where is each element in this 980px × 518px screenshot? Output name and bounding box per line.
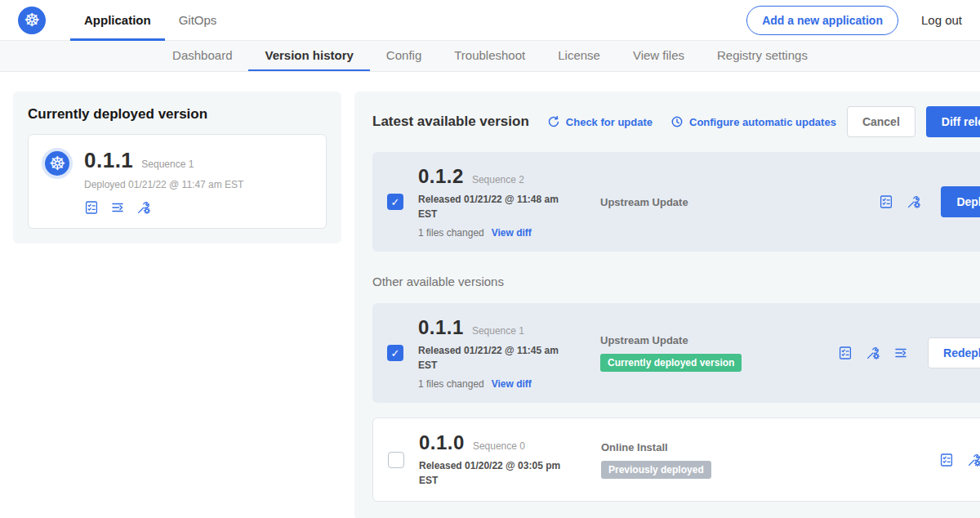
cancel-button[interactable]: Cancel — [847, 106, 915, 137]
subnav-item-troubleshoot[interactable]: Troubleshoot — [438, 41, 541, 71]
version-history-panel: Latest available version Check for updat… — [354, 92, 980, 518]
files-changed-label: 1 files changed — [418, 227, 484, 239]
version-checkbox[interactable] — [387, 345, 403, 361]
version-number: 0.1.1 — [418, 316, 464, 339]
clock-icon — [670, 115, 684, 128]
logout-link[interactable]: Log out — [921, 13, 962, 27]
subnav-item-version-history[interactable]: Version history — [248, 41, 369, 71]
subnav-item-license[interactable]: License — [541, 41, 617, 71]
sequence-label: Sequence 2 — [472, 174, 524, 185]
diff-icon[interactable] — [893, 346, 908, 360]
version-actions: Redeploy — [838, 337, 980, 368]
subnav-item-view-files[interactable]: View files — [617, 41, 701, 71]
version-number: 0.1.2 — [418, 165, 464, 188]
version-info: 0.1.1 Sequence 1 Released 01/21/22 @ 11:… — [418, 316, 586, 390]
release-notes-icon[interactable] — [838, 346, 853, 360]
top-nav-tabs: Application GitOps — [70, 0, 230, 41]
version-row: 0.1.1 Sequence 1 Released 01/21/22 @ 11:… — [372, 303, 980, 403]
diff-icon[interactable] — [110, 200, 125, 215]
source-label: Upstream Update — [600, 334, 823, 346]
files-changed-label: 1 files changed — [418, 378, 484, 390]
deployed-actions — [84, 200, 243, 215]
version-source: Upstream Update Currently deployed versi… — [600, 334, 823, 372]
kubernetes-logo-icon — [18, 7, 46, 34]
release-notes-icon[interactable] — [84, 200, 99, 215]
configure-updates-label: Configure automatic updates — [689, 116, 836, 128]
source-label: Online Install — [601, 441, 924, 453]
version-row: 0.1.2 Sequence 2 Released 01/21/22 @ 11:… — [372, 152, 980, 252]
main-content: Currently deployed version 0.1.1 Sequenc… — [0, 72, 980, 518]
other-versions-label: Other available versions — [372, 275, 980, 288]
version-checkbox[interactable] — [388, 452, 404, 468]
deployed-version-number: 0.1.1 — [84, 148, 133, 173]
version-actions — [939, 453, 980, 467]
version-info: 0.1.2 Sequence 2 Released 01/21/22 @ 11:… — [418, 165, 586, 239]
version-row: 0.1.0 Sequence 0 Released 01/20/22 @ 03:… — [372, 418, 980, 502]
deployed-timestamp: Deployed 01/21/22 @ 11:47 am EST — [84, 179, 243, 190]
config-values-icon[interactable] — [967, 453, 980, 467]
config-values-icon[interactable] — [136, 200, 151, 215]
latest-version-header: Latest available version Check for updat… — [372, 106, 980, 137]
subnav-item-dashboard[interactable]: Dashboard — [156, 41, 248, 71]
released-timestamp: Released 01/20/22 @ 03:05 pm EST — [419, 458, 570, 488]
released-timestamp: Released 01/21/22 @ 11:45 am EST — [418, 343, 569, 373]
diff-releases-button[interactable]: Diff releases — [926, 106, 980, 137]
config-values-icon[interactable] — [906, 194, 921, 209]
top-nav: Application GitOps Add a new application… — [0, 0, 980, 41]
tab-application[interactable]: Application — [70, 0, 165, 41]
version-checkbox[interactable] — [387, 194, 403, 210]
sequence-label: Sequence 1 — [472, 325, 524, 337]
release-notes-icon[interactable] — [879, 194, 893, 209]
view-diff-link[interactable]: View diff — [492, 378, 532, 390]
version-info: 0.1.0 Sequence 0 Released 01/20/22 @ 03:… — [419, 431, 586, 488]
source-label: Upstream Update — [600, 196, 864, 208]
config-values-icon[interactable] — [866, 346, 880, 360]
subnav-item-config[interactable]: Config — [370, 41, 438, 71]
version-actions: Deploy — [879, 186, 980, 217]
view-diff-link[interactable]: View diff — [492, 227, 532, 239]
released-timestamp: Released 01/21/22 @ 11:48 am EST — [418, 192, 569, 221]
deployed-card-title: Currently deployed version — [28, 106, 327, 123]
check-for-update-label: Check for update — [566, 116, 653, 128]
tab-gitops[interactable]: GitOps — [165, 0, 231, 41]
app-kubernetes-icon — [42, 148, 73, 179]
redeploy-button[interactable]: Redeploy — [928, 337, 980, 368]
latest-version-title: Latest available version — [372, 114, 529, 130]
currently-deployed-card: Currently deployed version 0.1.1 Sequenc… — [13, 92, 341, 243]
subnav-item-registry-settings[interactable]: Registry settings — [701, 41, 824, 71]
add-application-button[interactable]: Add a new application — [746, 6, 898, 35]
version-source: Online Install Previously deployed — [601, 441, 924, 479]
sequence-label: Sequence 0 — [473, 440, 525, 452]
deployed-version-card: 0.1.1 Sequence 1 Deployed 01/21/22 @ 11:… — [28, 134, 327, 229]
check-for-update-link[interactable]: Check for update — [547, 115, 653, 128]
release-notes-icon[interactable] — [939, 453, 954, 467]
version-number: 0.1.0 — [419, 431, 465, 454]
deployed-sequence-label: Sequence 1 — [141, 159, 194, 170]
version-source: Upstream Update — [600, 196, 864, 208]
refresh-icon — [547, 115, 560, 128]
app-sub-nav: Dashboard Version history Config Trouble… — [0, 41, 980, 72]
deploy-button[interactable]: Deploy — [941, 186, 980, 217]
configure-updates-link[interactable]: Configure automatic updates — [670, 115, 836, 128]
previously-deployed-badge: Previously deployed — [601, 461, 711, 479]
currently-deployed-badge: Currently deployed version — [600, 354, 742, 372]
